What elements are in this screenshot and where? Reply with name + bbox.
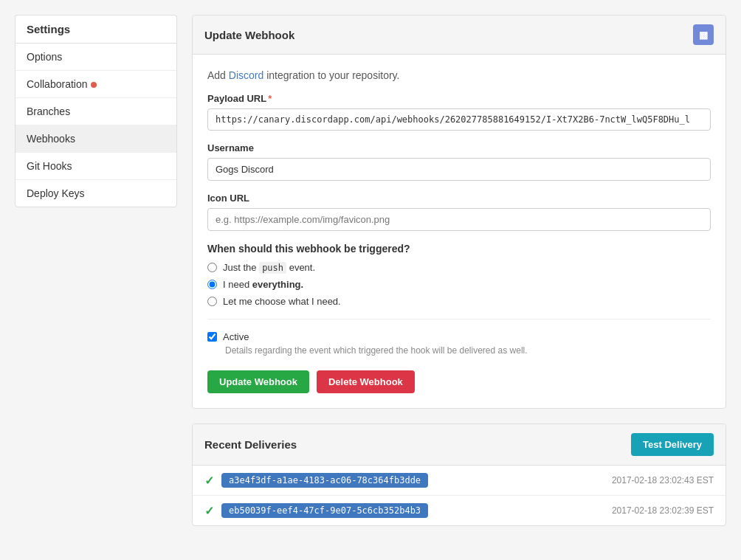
sidebar-item-webhooks[interactable]: Webhooks [15,125,176,153]
collaboration-label: Collaboration [27,78,88,90]
deliveries-card: Recent Deliveries Test Delivery ✓ a3e4f3… [192,424,726,526]
active-row: Active [207,331,711,342]
discord-icon: ▩ [693,24,714,45]
trigger-everything-option[interactable]: I need everything. [207,279,711,290]
delivery-hash[interactable]: a3e4f3df-a1ae-4183-ac06-78c364fb3dde [221,473,428,488]
icon-url-input[interactable] [207,208,711,231]
test-delivery-button[interactable]: Test Delivery [631,433,714,456]
sidebar-title: Settings [15,15,177,43]
active-checkbox[interactable] [207,332,217,342]
delivery-hash[interactable]: eb50039f-eef4-47cf-9e07-5c6cb352b4b3 [221,503,428,518]
webhook-card-body: Add Discord integration to your reposito… [193,55,726,408]
delete-webhook-button[interactable]: Delete Webhook [317,370,415,393]
sidebar-nav: Options Collaboration Branches Webhooks … [15,43,177,207]
deliveries-title: Recent Deliveries [204,438,297,451]
trigger-choose-radio[interactable] [207,297,217,306]
sidebar-item-deploy-keys[interactable]: Deploy Keys [15,180,176,207]
everything-bold: everything. [252,279,303,290]
trigger-push-label: Just the push event. [223,262,315,273]
icon-url-label: Icon URL [207,193,711,204]
sidebar-item-options[interactable]: Options [15,44,176,71]
delivery-item: ✓ eb50039f-eef4-47cf-9e07-5c6cb352b4b3 2… [193,496,726,525]
username-group: Username [207,142,711,181]
success-icon: ✓ [204,474,214,488]
discord-link[interactable]: Discord [229,69,263,81]
sidebar-item-git-hooks[interactable]: Git Hooks [15,153,176,180]
active-description: Details regarding the event which trigge… [225,345,711,356]
active-section: Active Details regarding the event which… [207,331,711,356]
trigger-everything-label: I need everything. [223,279,303,290]
divider [207,319,711,319]
success-icon: ✓ [204,504,214,518]
trigger-push-radio[interactable] [207,263,217,272]
active-label: Active [223,331,249,342]
trigger-choose-label: Let me choose what I need. [223,296,341,307]
trigger-choose-option[interactable]: Let me choose what I need. [207,296,711,307]
payload-url-input[interactable] [207,108,711,131]
intro-text: Add Discord integration to your reposito… [207,69,711,81]
settings-sidebar: Settings Options Collaboration Branches … [15,15,177,541]
trigger-title: When should this webhook be triggered? [207,243,711,255]
payload-url-group: Payload URL* [207,93,711,131]
push-code: push [259,262,286,274]
trigger-section: When should this webhook be triggered? J… [207,243,711,307]
action-buttons: Update Webhook Delete Webhook [207,370,711,393]
deliveries-header: Recent Deliveries Test Delivery [193,424,726,466]
delivery-time: 2017-02-18 23:02:39 EST [612,505,714,516]
trigger-radio-group: Just the push event. I need everything. … [207,262,711,307]
webhook-card: Update Webhook ▩ Add Discord integration… [192,15,726,409]
trigger-everything-radio[interactable] [207,280,217,289]
update-webhook-button[interactable]: Update Webhook [207,370,309,393]
delivery-list: ✓ a3e4f3df-a1ae-4183-ac06-78c364fb3dde 2… [193,466,726,525]
webhook-card-header: Update Webhook ▩ [193,15,726,55]
delivery-time: 2017-02-18 23:02:43 EST [612,475,714,485]
notification-dot [91,82,97,88]
icon-url-group: Icon URL [207,193,711,231]
payload-url-label: Payload URL* [207,93,711,104]
required-indicator: * [268,93,272,104]
webhook-card-title: Update Webhook [204,29,294,41]
username-input[interactable] [207,158,711,181]
trigger-push-option[interactable]: Just the push event. [207,262,711,273]
username-label: Username [207,142,711,153]
sidebar-item-branches[interactable]: Branches [15,98,176,125]
delivery-item: ✓ a3e4f3df-a1ae-4183-ac06-78c364fb3dde 2… [193,466,726,496]
sidebar-item-collaboration[interactable]: Collaboration [15,71,176,98]
main-content: Update Webhook ▩ Add Discord integration… [192,15,726,541]
